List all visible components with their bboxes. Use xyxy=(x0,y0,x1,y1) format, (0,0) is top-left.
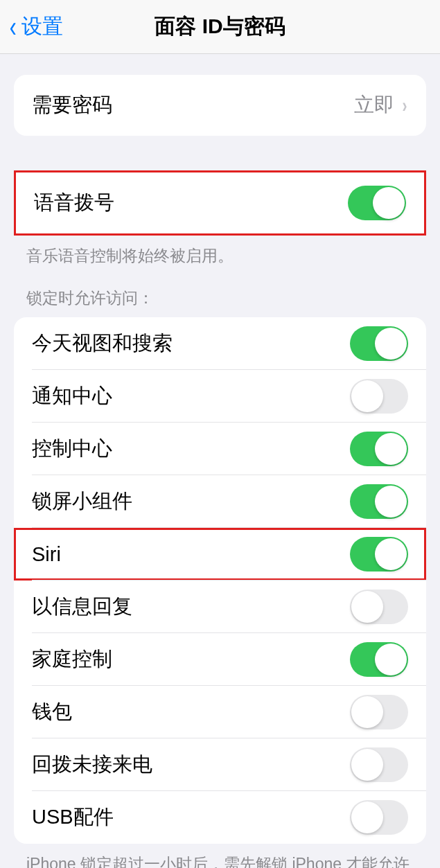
lock-access-row: 通知中心 xyxy=(14,370,426,423)
require-passcode-row[interactable]: 需要密码 立即 › xyxy=(14,75,426,136)
lock-access-switch[interactable] xyxy=(350,537,408,572)
lock-access-switch[interactable] xyxy=(350,800,408,835)
lock-access-label: 以信息回复 xyxy=(32,593,350,621)
lock-access-row: 今天视图和搜索 xyxy=(14,317,426,370)
lock-access-row: 以信息回复 xyxy=(14,581,426,633)
require-passcode-label: 需要密码 xyxy=(32,91,354,119)
voice-dial-group: 语音拨号 xyxy=(14,170,426,236)
lock-access-switch[interactable] xyxy=(350,484,408,519)
lock-access-row: USB配件 xyxy=(14,791,426,844)
lock-access-switch[interactable] xyxy=(350,326,408,361)
lock-access-label: 控制中心 xyxy=(32,435,350,463)
lock-access-header: 锁定时允许访问： xyxy=(26,287,414,309)
chevron-right-icon: › xyxy=(403,94,407,117)
page-title: 面容 ID与密码 xyxy=(0,12,440,41)
voice-dial-row: 语音拨号 xyxy=(16,172,424,233)
lock-access-group: 今天视图和搜索通知中心控制中心锁屏小组件Siri以信息回复家庭控制钱包回拨未接来… xyxy=(14,317,426,844)
lock-access-label: 家庭控制 xyxy=(32,646,350,673)
lock-access-footer: iPhone 锁定超过一小时后，需先解锁 iPhone 才能允许 USB 配件连… xyxy=(26,853,414,868)
back-button[interactable]: ‹ 设置 xyxy=(8,11,63,42)
lock-access-row: 钱包 xyxy=(14,686,426,738)
lock-access-switch[interactable] xyxy=(350,695,408,729)
lock-access-label: 通知中心 xyxy=(32,382,350,410)
lock-access-label: USB配件 xyxy=(32,804,350,831)
lock-access-label: 回拨未接来电 xyxy=(32,751,350,779)
lock-access-switch[interactable] xyxy=(350,379,408,414)
lock-access-label: 今天视图和搜索 xyxy=(32,330,350,357)
lock-access-switch[interactable] xyxy=(350,432,408,466)
back-label: 设置 xyxy=(21,12,63,41)
lock-access-row: 回拨未接来电 xyxy=(14,738,426,791)
lock-access-switch[interactable] xyxy=(350,590,408,624)
voice-dial-switch[interactable] xyxy=(348,186,406,220)
lock-access-row: Siri xyxy=(14,528,426,581)
require-passcode-value: 立即 xyxy=(354,91,394,119)
content-scroll[interactable]: 需要密码 立即 › 语音拨号 音乐语音控制将始终被启用。 锁定时允许访问： 今天… xyxy=(0,75,440,868)
lock-access-row: 控制中心 xyxy=(14,423,426,475)
nav-bar: ‹ 设置 面容 ID与密码 xyxy=(0,0,440,54)
chevron-left-icon: ‹ xyxy=(10,10,17,43)
lock-access-label: 钱包 xyxy=(32,698,350,726)
voice-dial-footer: 音乐语音控制将始终被启用。 xyxy=(26,245,414,267)
lock-access-switch[interactable] xyxy=(350,642,408,677)
lock-access-row: 家庭控制 xyxy=(14,633,426,686)
voice-dial-label: 语音拨号 xyxy=(34,189,348,217)
lock-access-switch[interactable] xyxy=(350,747,408,782)
lock-access-label: 锁屏小组件 xyxy=(32,488,350,515)
passcode-group: 需要密码 立即 › xyxy=(14,75,426,136)
lock-access-label: Siri xyxy=(32,543,350,566)
lock-access-row: 锁屏小组件 xyxy=(14,475,426,528)
